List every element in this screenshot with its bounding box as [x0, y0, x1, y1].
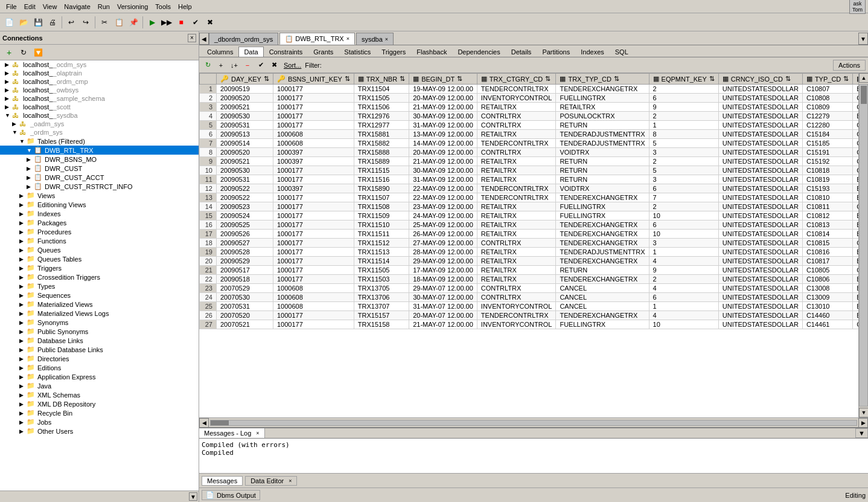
col-header-crncy[interactable]: ▦ CRNCY_ISO_CD ⇅	[718, 74, 802, 85]
cell-day-key[interactable]: 20090519	[217, 85, 273, 94]
cell-begin-dt[interactable]: 19-MAY-09 12.00.00	[409, 85, 477, 94]
copy-btn[interactable]: 📋	[112, 16, 126, 29]
cell-day-key[interactable]: 20090524	[217, 211, 273, 220]
cell-begin-dt[interactable]: 23-MAY-09 12.00.00	[409, 202, 477, 211]
cell-trx-ctgry-cd[interactable]: TENDERCONTRLTRX	[477, 193, 556, 202]
sub-tab-columns[interactable]: Columns	[202, 47, 238, 57]
cell-day-key[interactable]: 20090513	[217, 130, 273, 139]
cell-day-key[interactable]: 20090530	[217, 166, 273, 175]
cell-day-key[interactable]: 20090522	[217, 193, 273, 202]
sub-tab-triggers[interactable]: Triggers	[376, 47, 411, 57]
cell-bsns-unit-key[interactable]: 1000177	[273, 103, 354, 112]
cell-trx-ctgry-cd[interactable]: TENDERCONTRLTRX	[477, 85, 556, 94]
cell-trx-typ-cd[interactable]: RETAILTRX	[556, 103, 649, 112]
table-row[interactable]: 1200905191000177TRX1150419-MAY-09 12.00.…	[200, 85, 859, 94]
cell-typ-cd[interactable]: C10808	[802, 94, 852, 103]
cell-begin-dt[interactable]: 22-MAY-09 12.00.00	[409, 184, 477, 193]
cell-typ-cd[interactable]: C10807	[802, 85, 852, 94]
cell-eqpmnt-key[interactable]: 10	[649, 211, 718, 220]
cell-bsns-unit-key[interactable]: 1000608	[273, 302, 354, 311]
cell-day-key[interactable]: 20090531	[217, 121, 273, 130]
tree-item-other-users[interactable]: ▶ 📁 Other Users	[0, 426, 199, 436]
cell-trx-ctgry-cd[interactable]: RETAILTRX	[477, 230, 556, 239]
col-header-trx-ctgry[interactable]: ▦ TRX_CTGRY_CD ⇅	[477, 74, 556, 85]
tree-item-ordm-sys[interactable]: ▼ 🖧 _ordm_sys	[0, 128, 199, 137]
cell-trx-typ-cd[interactable]: FUELLINGTRX	[556, 202, 649, 211]
insert-row-btn[interactable]: +	[215, 59, 227, 71]
cell-trx-nbr[interactable]: TRX11514	[354, 257, 409, 266]
cell-trx-ctgry-cd[interactable]: RETAILTRX	[477, 157, 556, 166]
sub-tab-details[interactable]: Details	[506, 47, 537, 57]
cell-trx-ctgry-cd[interactable]: RETAILTRX	[477, 202, 556, 211]
cell-adj-typ-cd[interactable]: BILLREDUCTION	[853, 293, 858, 302]
table-row[interactable]: 20200905291000177TRX1151429-MAY-09 12.00…	[200, 257, 859, 266]
cell-adj-typ-cd[interactable]: BILLREDUCTION	[853, 175, 858, 184]
messages-tab-btn[interactable]: Messages	[202, 476, 243, 486]
cell-trx-ctgry-cd[interactable]: CONTRLTRX	[477, 148, 556, 157]
cell-adj-typ-cd[interactable]: COMPLIMENTARYITEM	[853, 266, 858, 275]
cell-bsns-unit-key[interactable]: 1000177	[273, 94, 354, 103]
tree-item-mat-views[interactable]: ▶ 📁 Materialized Views	[0, 300, 199, 309]
cell-adj-typ-cd[interactable]: BILLREDUCTION	[853, 112, 858, 121]
cell-trx-ctgry-cd[interactable]: INVENTORYCONTROL	[477, 94, 556, 103]
cell-trx-typ-cd[interactable]: RETURN	[556, 157, 649, 166]
cell-bsns-unit-key[interactable]: 1000397	[273, 184, 354, 193]
new-btn[interactable]: 📄	[2, 16, 16, 29]
cut-btn[interactable]: ✂	[98, 16, 111, 29]
cell-trx-typ-cd[interactable]: TENDEREXCHANGETRX	[556, 239, 649, 248]
cell-adj-typ-cd[interactable]: COMPLIMENTARYITEM	[853, 157, 858, 166]
table-row[interactable]: 23200705291000608TRX1370529-MAY-07 12.00…	[200, 284, 859, 293]
cell-typ-cd[interactable]: C15191	[802, 148, 852, 157]
cell-crncy-iso-cd[interactable]: UNITEDSTATESDOLLAR	[718, 157, 802, 166]
cell-trx-nbr[interactable]: TRX11511	[354, 230, 409, 239]
tree-item-dwr-cust-rstrct[interactable]: ▶ 📋 DWR_CUST_RSTRCT_INFO	[0, 182, 199, 191]
cell-begin-dt[interactable]: 21-MAY-07 12.00.00	[409, 320, 477, 329]
table-row[interactable]: 24200705301000608TRX1370630-MAY-07 12.00…	[200, 293, 859, 302]
cell-crncy-iso-cd[interactable]: UNITEDSTATESDOLLAR	[718, 248, 802, 257]
cell-bsns-unit-key[interactable]: 1000177	[273, 248, 354, 257]
cell-typ-cd[interactable]: C15185	[802, 139, 852, 148]
cell-adj-typ-cd[interactable]: COMPLIMENTARYITEM	[853, 320, 858, 329]
cell-day-key[interactable]: 20090514	[217, 139, 273, 148]
cell-trx-nbr[interactable]: TRX13706	[354, 293, 409, 302]
delete-row-btn[interactable]: −	[241, 59, 254, 71]
col-header-eqpmnt-key[interactable]: ▦ EQPMNT_KEY ⇅	[649, 74, 718, 85]
table-row[interactable]: 15200905241000177TRX1150924-MAY-09 12.00…	[200, 211, 859, 220]
cell-trx-ctgry-cd[interactable]: TENDERCONTRLTRX	[477, 184, 556, 193]
cell-crncy-iso-cd[interactable]: UNITEDSTATESDOLLAR	[718, 239, 802, 248]
tab-sysdba[interactable]: sysdba ×	[356, 33, 394, 45]
cell-begin-dt[interactable]: 24-MAY-09 12.00.00	[409, 211, 477, 220]
cell-trx-nbr[interactable]: TRX11507	[354, 193, 409, 202]
tree-item-localhost-sample[interactable]: ▶ 🖧 localhost_ _sample_schema	[0, 94, 199, 103]
cell-crncy-iso-cd[interactable]: UNITEDSTATESDOLLAR	[718, 148, 802, 157]
cell-trx-typ-cd[interactable]: TENDERADJUSTMENTTRX	[556, 130, 649, 139]
cell-bsns-unit-key[interactable]: 1000177	[273, 166, 354, 175]
tree-item-functions[interactable]: ▶ 📁 Functions	[0, 236, 199, 245]
menu-help[interactable]: Help	[174, 2, 196, 11]
table-row[interactable]: 5200905311000177TRX1297731-MAY-09 12.00.…	[200, 121, 859, 130]
cell-adj-typ-cd[interactable]: BILLREDUCTION	[853, 275, 858, 284]
cell-adj-typ-cd[interactable]: COMPLIMENTARYITEM	[853, 166, 858, 175]
cell-trx-typ-cd[interactable]: CANCEL	[556, 293, 649, 302]
sub-tab-data[interactable]: Data	[238, 47, 263, 57]
cell-typ-cd[interactable]: C13009	[802, 293, 852, 302]
cell-adj-typ-cd[interactable]: COMPLIMENTARYITEM	[853, 148, 858, 157]
cell-begin-dt[interactable]: 30-MAY-09 12.00.00	[409, 112, 477, 121]
cell-typ-cd[interactable]: C14460	[802, 311, 852, 320]
cell-day-key[interactable]: 20090528	[217, 248, 273, 257]
cell-trx-typ-cd[interactable]: TENDEREXCHANGETRX	[556, 275, 649, 284]
table-row[interactable]: 27200705211000177TRX1515821-MAY-07 12.00…	[200, 320, 859, 329]
cell-trx-typ-cd[interactable]: VOIDTRX	[556, 184, 649, 193]
table-row[interactable]: 4200905301000177TRX1297630-MAY-09 12.00.…	[200, 112, 859, 121]
cell-trx-typ-cd[interactable]: TENDEREXCHANGETRX	[556, 220, 649, 230]
tab-scroll-left[interactable]: ◀	[199, 33, 209, 45]
cell-typ-cd[interactable]: C10813	[802, 220, 852, 230]
cell-trx-ctgry-cd[interactable]: CONTRLTRX	[477, 112, 556, 121]
cell-trx-typ-cd[interactable]: POSUNLOCKTRX	[556, 112, 649, 121]
cell-typ-cd[interactable]: C10810	[802, 193, 852, 202]
cell-eqpmnt-key[interactable]: 6	[649, 94, 718, 103]
cell-eqpmnt-key[interactable]: 5	[649, 166, 718, 175]
table-row[interactable]: 25200705311000608TRX1370731-MAY-07 12.00…	[200, 302, 859, 311]
cell-trx-ctgry-cd[interactable]: INVENTORYCONTROL	[477, 302, 556, 311]
cell-eqpmnt-key[interactable]: 6	[649, 220, 718, 230]
